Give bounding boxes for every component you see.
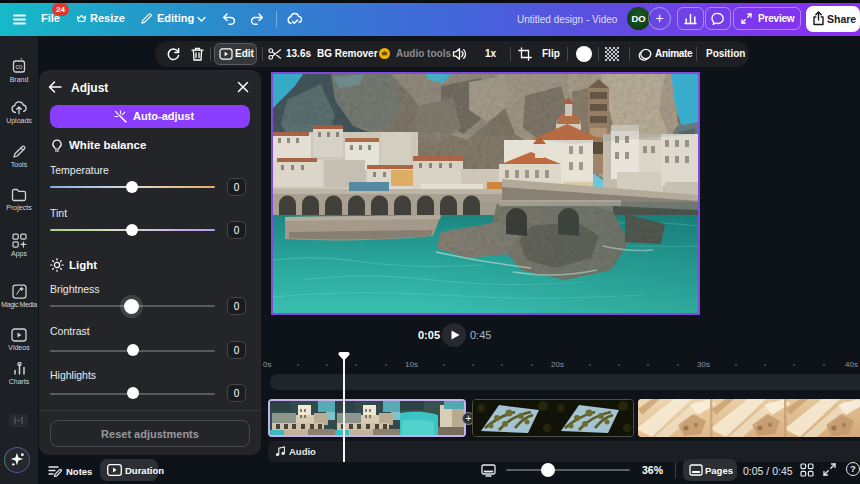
- svg-text:co: co: [16, 63, 23, 70]
